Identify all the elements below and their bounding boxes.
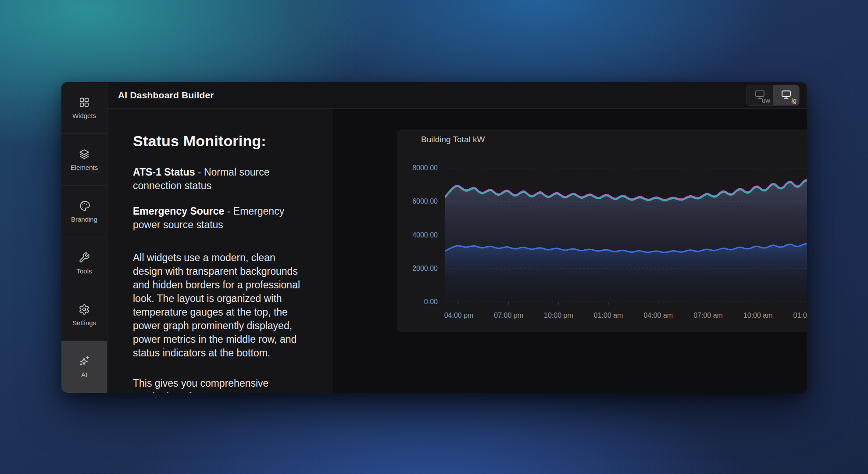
svg-text:10:00 am: 10:00 am xyxy=(743,312,773,319)
sidebar: Widgets Elements Branding Tools xyxy=(61,82,107,393)
layers-icon xyxy=(79,148,90,160)
viewport-size-toggle: uw lg xyxy=(746,85,800,106)
svg-text:07:00 am: 07:00 am xyxy=(693,312,723,319)
gear-icon xyxy=(79,304,90,315)
dashboard-canvas: Building Total kW 8000.006000.004000.002… xyxy=(332,109,807,393)
feature-term: ATS-1 Status xyxy=(133,166,195,178)
monitor-icon xyxy=(780,89,792,102)
power-chart-svg: 8000.006000.004000.002000.000.0004:00 pm… xyxy=(397,129,807,332)
header-bar: AI Dashboard Builder uw lg xyxy=(107,82,807,109)
sidebar-item-widgets[interactable]: Widgets xyxy=(61,82,107,134)
building-total-kw-card: Building Total kW 8000.006000.004000.002… xyxy=(397,129,807,332)
wrench-icon xyxy=(79,252,90,263)
sidebar-item-label: Settings xyxy=(72,319,96,327)
svg-text:6000.00: 6000.00 xyxy=(412,198,438,205)
app-window: Widgets Elements Branding Tools xyxy=(61,82,807,393)
sidebar-item-label: Tools xyxy=(76,267,92,275)
sidebar-item-settings[interactable]: Settings xyxy=(61,289,107,341)
sidebar-item-label: Branding xyxy=(71,215,97,223)
sidebar-item-label: Elements xyxy=(71,164,98,171)
svg-text:01:00 am: 01:00 am xyxy=(594,312,623,319)
sparkle-icon xyxy=(79,356,90,367)
sidebar-item-branding[interactable]: Branding xyxy=(61,186,107,237)
svg-text:8000.00: 8000.00 xyxy=(412,164,438,172)
sidebar-item-ai[interactable]: AI xyxy=(61,341,107,393)
viewport-uw-label: uw xyxy=(762,97,770,104)
feature-ats1-status: ATS-1 Status - Normal source connection … xyxy=(133,165,296,193)
ai-response-panel: Status Monitoring: ATS-1 Status - Normal… xyxy=(107,109,332,393)
svg-text:04:00 pm: 04:00 pm xyxy=(444,312,474,319)
sidebar-item-label: Widgets xyxy=(72,112,96,119)
svg-text:0.00: 0.00 xyxy=(424,298,438,305)
feature-term: Emergency Source xyxy=(133,205,224,217)
sidebar-item-label: AI xyxy=(81,371,87,378)
grid-icon xyxy=(79,97,90,108)
panel-heading: Status Monitoring: xyxy=(133,133,314,150)
svg-text:4000.00: 4000.00 xyxy=(412,231,438,239)
svg-text:04:00 am: 04:00 am xyxy=(643,312,673,319)
svg-text:07:00 pm: 07:00 pm xyxy=(494,312,523,319)
panel-paragraph: All widgets use a modern, clean design w… xyxy=(133,251,300,360)
svg-text:01:00 pm: 01:00 pm xyxy=(793,312,807,319)
feature-emergency-source: Emergency Source - Emergency power sourc… xyxy=(133,205,296,232)
sidebar-item-elements[interactable]: Elements xyxy=(61,134,107,186)
sidebar-item-tools[interactable]: Tools xyxy=(61,237,107,289)
desktop-background: Widgets Elements Branding Tools xyxy=(0,0,868,474)
palette-icon xyxy=(79,200,90,212)
app-title: AI Dashboard Builder xyxy=(118,90,214,101)
panel-paragraph-truncated: This gives you comprehensive monitoring … xyxy=(133,377,300,393)
viewport-lg-button[interactable]: lg xyxy=(773,85,799,105)
viewport-lg-label: lg xyxy=(791,97,797,104)
viewport-uw-button[interactable]: uw xyxy=(747,85,773,105)
svg-text:10:00 pm: 10:00 pm xyxy=(544,312,573,319)
svg-text:2000.00: 2000.00 xyxy=(412,265,438,272)
